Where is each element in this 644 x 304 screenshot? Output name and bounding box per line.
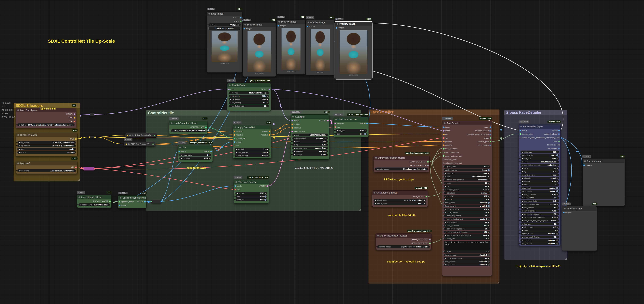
node-graph-canvas[interactable]: SDXL 3 loadersControlNet tileFace detail… bbox=[0, 0, 644, 304]
collapse-dot-icon[interactable] bbox=[179, 146, 181, 148]
collapse-dot-icon[interactable] bbox=[375, 157, 377, 159]
widget-image[interactable]: ◀image77x2.png▶ bbox=[208, 23, 241, 26]
slot-dot[interactable]: ▦ bbox=[490, 130, 491, 132]
slot-dot[interactable] bbox=[278, 25, 279, 26]
slot-dot[interactable] bbox=[74, 117, 75, 118]
widget-device[interactable]: ◀devicedefault▶ bbox=[17, 151, 76, 154]
output-slot-dot[interactable] bbox=[94, 136, 96, 138]
decrement-arrow-icon[interactable]: ◀ bbox=[445, 199, 446, 200]
slot-dot[interactable]: ▦ bbox=[490, 134, 491, 135]
node-ultralytics-detector-46[interactable]: comfyui-impact-sub#46UltralyticsDetector… bbox=[376, 234, 432, 250]
increment-arrow-icon[interactable]: ▶ bbox=[326, 134, 326, 136]
widget-guide_size_for[interactable]: guide_size_forbbox bbox=[520, 154, 559, 157]
toggle-knob[interactable] bbox=[364, 133, 366, 135]
slot-dot[interactable] bbox=[307, 26, 308, 27]
collapse-dot-icon[interactable] bbox=[308, 22, 309, 23]
collapse-dot-icon[interactable] bbox=[17, 162, 19, 164]
widget-vae_name[interactable]: ◀vae_nameSDXL\sdxl.vae.safetensors▶ bbox=[17, 169, 76, 172]
slot-dot[interactable] bbox=[427, 165, 429, 166]
widget-method[interactable]: ◀methodMixture of Diffusers▶ bbox=[229, 91, 269, 94]
collapse-dot-icon[interactable] bbox=[236, 181, 237, 183]
decrement-arrow-icon[interactable]: ◀ bbox=[19, 152, 20, 153]
slot-dot[interactable] bbox=[109, 200, 111, 202]
node-reroute-clip[interactable] bbox=[89, 136, 95, 138]
node-header[interactable]: Load VAE bbox=[16, 161, 77, 166]
node-header[interactable]: KSampler bbox=[291, 114, 329, 119]
increment-arrow-icon[interactable]: ▶ bbox=[267, 148, 268, 150]
decrement-arrow-icon[interactable]: ◀ bbox=[19, 145, 20, 146]
widget-denoise[interactable]: ◀denoise0.20▶ bbox=[292, 153, 328, 156]
widget-resolution[interactable]: ◀resolution1024▶ bbox=[179, 157, 211, 160]
decrement-arrow-icon[interactable]: ◀ bbox=[445, 238, 446, 240]
decrement-arrow-icon[interactable]: ◀ bbox=[522, 230, 523, 231]
slot-dot[interactable] bbox=[490, 126, 491, 128]
increment-arrow-icon[interactable]: ▶ bbox=[238, 24, 239, 26]
widget-sampler_name[interactable]: ◀sampler_namedpmpp_2m▶ bbox=[292, 146, 328, 150]
decrement-arrow-icon[interactable]: ◀ bbox=[445, 196, 446, 197]
output-slot-dot[interactable] bbox=[94, 114, 96, 116]
slot-dot[interactable] bbox=[228, 88, 230, 90]
increment-arrow-icon[interactable]: ▶ bbox=[557, 158, 558, 159]
decrement-arrow-icon[interactable]: ◀ bbox=[445, 225, 446, 226]
increment-arrow-icon[interactable]: ▶ bbox=[267, 96, 268, 97]
increment-arrow-icon[interactable]: ▶ bbox=[267, 92, 268, 94]
widget-force_inpaint[interactable]: force_inpaintenabled bbox=[520, 190, 559, 193]
collapse-dot-icon[interactable] bbox=[78, 196, 80, 198]
slot-dot[interactable] bbox=[178, 151, 180, 152]
toggle-knob[interactable] bbox=[556, 233, 558, 235]
node-samloader-42[interactable]: Impact-#42SAMLoader (Impact)SAM_MODEL◀mo… bbox=[372, 190, 428, 207]
decrement-arrow-icon[interactable]: ◀ bbox=[294, 154, 294, 156]
slot-dot[interactable] bbox=[443, 141, 444, 142]
increment-arrow-icon[interactable]: ▶ bbox=[267, 105, 268, 107]
increment-arrow-icon[interactable]: ▶ bbox=[326, 151, 326, 152]
collapse-dot-icon[interactable] bbox=[520, 126, 522, 127]
widget-tile_overlap[interactable]: ◀tile_overlap512▶ bbox=[229, 101, 269, 104]
slot-dot[interactable] bbox=[443, 137, 444, 139]
increment-arrow-icon[interactable]: ▶ bbox=[557, 184, 558, 186]
increment-arrow-icon[interactable]: ▶ bbox=[488, 192, 489, 194]
decrement-arrow-icon[interactable]: ◀ bbox=[522, 197, 523, 198]
increment-arrow-icon[interactable]: ▶ bbox=[488, 172, 489, 174]
increment-arrow-icon[interactable]: ▶ bbox=[488, 225, 489, 226]
increment-arrow-icon[interactable]: ▶ bbox=[488, 199, 489, 200]
decrement-arrow-icon[interactable]: ◀ bbox=[445, 172, 446, 174]
upload-file-button[interactable]: choose file to upload bbox=[208, 27, 241, 30]
slot-dot[interactable] bbox=[119, 201, 120, 202]
slot-dot[interactable] bbox=[443, 155, 444, 157]
widget-inpaint_model[interactable]: inpaint_modeldisabled bbox=[444, 254, 490, 256]
slot-dot[interactable] bbox=[210, 151, 212, 152]
slot-dot[interactable] bbox=[268, 88, 270, 90]
node-header[interactable]: DualCLIPLoader bbox=[16, 133, 77, 137]
slot-dot[interactable] bbox=[234, 130, 235, 132]
widget-bbox_dilation[interactable]: ◀bbox_dilation20▶ bbox=[444, 211, 490, 214]
increment-arrow-icon[interactable]: ▶ bbox=[267, 102, 268, 104]
decrement-arrow-icon[interactable]: ◀ bbox=[294, 141, 294, 142]
widget-model_name[interactable]: ◀model_nameBSRGANx2.pth▶ bbox=[78, 203, 110, 206]
decrement-arrow-icon[interactable]: ◀ bbox=[445, 186, 446, 187]
wildcard-text-input[interactable]: face, detailed eyes, detailed skin, deta… bbox=[444, 240, 490, 250]
node-preview-image-95[interactable]: 0.361s#95Preview Imageimages bbox=[562, 206, 597, 251]
widget-control-after-g----[interactable]: ◀control after g ...randomize▶ bbox=[292, 137, 328, 140]
input-slot-dot[interactable] bbox=[126, 144, 127, 145]
widget-model_name[interactable]: ◀model_namesam_vit_b_01ec64.pth▶ bbox=[374, 199, 426, 202]
node-tiled-diffusion-81[interactable]: 0.017s[BETA] TiledDiffu#81Tiled Diffusio… bbox=[227, 83, 271, 111]
node-header[interactable]: Tiled VAE Decode bbox=[334, 117, 368, 122]
slot-dot[interactable] bbox=[443, 148, 444, 150]
decrement-arrow-icon[interactable]: ◀ bbox=[230, 102, 231, 104]
node-upscale-image-12[interactable]: 15.635s#12Upscale Image (using M...upsca… bbox=[118, 196, 146, 208]
widget-bbox_threshold[interactable]: ◀bbox_threshold0.50▶ bbox=[520, 193, 559, 196]
decrement-arrow-icon[interactable]: ◀ bbox=[294, 144, 294, 146]
collapse-dot-icon[interactable] bbox=[337, 23, 338, 25]
widget-model_name[interactable]: ◀model_namebbox/face_yolov8n_v2.pt▶ bbox=[375, 168, 428, 170]
slot-dot[interactable] bbox=[443, 152, 444, 153]
slot-dot[interactable] bbox=[234, 134, 235, 136]
widget-feather[interactable]: ◀feather5▶ bbox=[444, 198, 490, 201]
slot-dot[interactable] bbox=[327, 120, 328, 122]
widget-guide_size_for[interactable]: guide_size_forbbox bbox=[444, 168, 490, 172]
increment-arrow-icon[interactable]: ▶ bbox=[557, 161, 558, 162]
slot-dot[interactable] bbox=[292, 120, 293, 122]
widget-sam_dilation[interactable]: ◀sam_dilation20▶ bbox=[444, 221, 490, 224]
slot-dot[interactable] bbox=[292, 124, 293, 125]
slot-dot[interactable] bbox=[429, 242, 431, 244]
decrement-arrow-icon[interactable]: ◀ bbox=[375, 203, 376, 204]
